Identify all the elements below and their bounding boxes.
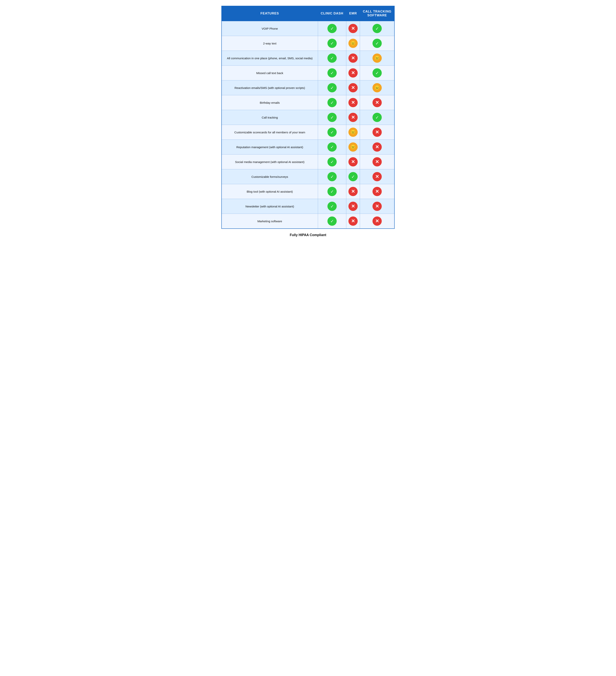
- emr-cell: ✕: [346, 51, 360, 66]
- table-row: Customizable forms/surveys✓✓✕: [221, 169, 395, 184]
- clinic-dash-cell: ✓: [318, 110, 346, 125]
- x-icon: ✕: [348, 217, 358, 226]
- feature-name: VOIP Phone: [221, 21, 318, 36]
- check-icon: ✓: [372, 39, 382, 48]
- check-icon: ✓: [327, 187, 337, 196]
- check-icon: ✓: [327, 98, 337, 107]
- comparison-table-container: FEATURES CLINIC DASH EMR CALL TRACKINGSO…: [221, 6, 395, 237]
- table-row: 2-way text✓😐✓: [221, 36, 395, 51]
- x-icon: ✕: [348, 24, 358, 33]
- emr-cell: 😐: [346, 36, 360, 51]
- call-tracking-cell: ✕: [360, 140, 395, 155]
- call-tracking-cell: ✕: [360, 184, 395, 199]
- emr-cell: ✕: [346, 214, 360, 229]
- x-icon: ✕: [372, 172, 382, 181]
- check-icon: ✓: [327, 39, 337, 48]
- check-icon: ✓: [327, 68, 337, 77]
- table-row: Marketing software✓✕✕: [221, 214, 395, 229]
- x-icon: ✕: [372, 217, 382, 226]
- table-row: Birthday emails✓✕✕: [221, 95, 395, 110]
- check-icon: ✓: [372, 68, 382, 77]
- table-row: VOIP Phone✓✕✓: [221, 21, 395, 36]
- neutral-icon: 😐: [348, 143, 358, 152]
- x-icon: ✕: [372, 127, 382, 137]
- emr-cell: ✕: [346, 66, 360, 80]
- x-icon: ✕: [372, 143, 382, 152]
- comparison-table: FEATURES CLINIC DASH EMR CALL TRACKINGSO…: [221, 6, 395, 229]
- emr-cell: ✕: [346, 21, 360, 36]
- call-tracking-cell: ✓: [360, 110, 395, 125]
- emr-cell: 😐: [346, 125, 360, 140]
- clinic-dash-cell: ✓: [318, 214, 346, 229]
- check-icon: ✓: [327, 202, 337, 211]
- emr-cell: ✕: [346, 155, 360, 169]
- check-icon: ✓: [327, 24, 337, 33]
- table-row: Reactivation emails/SMS (with optional p…: [221, 80, 395, 95]
- feature-name: Customizable scorecards for all members …: [221, 125, 318, 140]
- x-icon: ✕: [348, 98, 358, 107]
- clinic-dash-cell: ✓: [318, 199, 346, 214]
- table-row: Call tracking✓✕✓: [221, 110, 395, 125]
- x-icon: ✕: [348, 83, 358, 92]
- x-icon: ✕: [348, 113, 358, 122]
- check-icon: ✓: [327, 113, 337, 122]
- neutral-icon: 😐: [372, 54, 382, 63]
- x-icon: ✕: [348, 187, 358, 196]
- check-icon: ✓: [327, 157, 337, 166]
- call-tracking-cell: ✕: [360, 95, 395, 110]
- feature-name: Reactivation emails/SMS (with optional p…: [221, 80, 318, 95]
- clinic-dash-cell: ✓: [318, 51, 346, 66]
- feature-name: Missed call text back: [221, 66, 318, 80]
- emr-cell: ✕: [346, 184, 360, 199]
- call-tracking-cell: ✕: [360, 214, 395, 229]
- feature-name: Social media management (with optional A…: [221, 155, 318, 169]
- call-tracking-cell: ✓: [360, 36, 395, 51]
- emr-cell: ✕: [346, 110, 360, 125]
- emr-cell: ✓: [346, 169, 360, 184]
- x-icon: ✕: [348, 157, 358, 166]
- table-row: Newsletter (with optional AI assistant)✓…: [221, 199, 395, 214]
- check-icon: ✓: [327, 127, 337, 137]
- call-tracking-cell: ✓: [360, 21, 395, 36]
- feature-name: Newsletter (with optional AI assistant): [221, 199, 318, 214]
- header-clinic-dash: CLINIC DASH: [318, 6, 346, 21]
- call-tracking-cell: ✕: [360, 125, 395, 140]
- table-row: Missed call text back✓✕✓: [221, 66, 395, 80]
- x-icon: ✕: [372, 187, 382, 196]
- table-row: Blog tool (with optional AI assistant)✓✕…: [221, 184, 395, 199]
- check-icon: ✓: [348, 172, 358, 181]
- table-header-row: FEATURES CLINIC DASH EMR CALL TRACKINGSO…: [221, 6, 395, 21]
- clinic-dash-cell: ✓: [318, 155, 346, 169]
- x-icon: ✕: [348, 202, 358, 211]
- clinic-dash-cell: ✓: [318, 125, 346, 140]
- table-row: Customizable scorecards for all members …: [221, 125, 395, 140]
- footer-text: Fully HIPAA Compliant: [221, 233, 395, 237]
- check-icon: ✓: [327, 54, 337, 63]
- header-features: FEATURES: [221, 6, 318, 21]
- call-tracking-cell: 😐: [360, 80, 395, 95]
- header-emr: EMR: [346, 6, 360, 21]
- clinic-dash-cell: ✓: [318, 66, 346, 80]
- check-icon: ✓: [327, 217, 337, 226]
- neutral-icon: 😐: [348, 39, 358, 48]
- clinic-dash-cell: ✓: [318, 21, 346, 36]
- table-row: Social media management (with optional A…: [221, 155, 395, 169]
- x-icon: ✕: [348, 54, 358, 63]
- clinic-dash-cell: ✓: [318, 80, 346, 95]
- emr-cell: ✕: [346, 199, 360, 214]
- clinic-dash-cell: ✓: [318, 36, 346, 51]
- feature-name: All communication in one place (phone, e…: [221, 51, 318, 66]
- feature-name: Birthday emails: [221, 95, 318, 110]
- emr-cell: ✕: [346, 80, 360, 95]
- call-tracking-cell: ✕: [360, 155, 395, 169]
- check-icon: ✓: [327, 143, 337, 152]
- clinic-dash-cell: ✓: [318, 169, 346, 184]
- check-icon: ✓: [372, 24, 382, 33]
- clinic-dash-cell: ✓: [318, 95, 346, 110]
- call-tracking-cell: 😐: [360, 51, 395, 66]
- feature-name: 2-way text: [221, 36, 318, 51]
- neutral-icon: 😐: [372, 83, 382, 92]
- call-tracking-cell: ✕: [360, 199, 395, 214]
- x-icon: ✕: [372, 157, 382, 166]
- check-icon: ✓: [372, 113, 382, 122]
